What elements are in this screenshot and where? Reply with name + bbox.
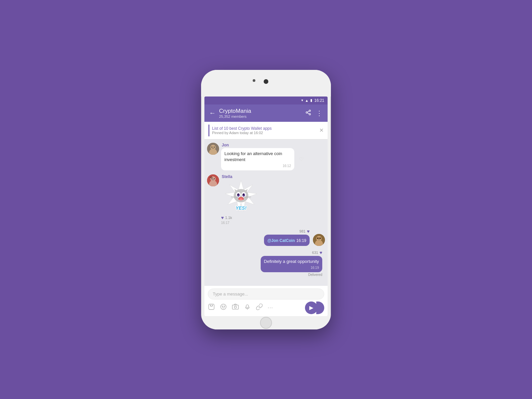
speaker [264,79,268,84]
cat-sticker: YES! [221,180,261,213]
chat-title: CryptoMania [219,108,302,114]
svg-point-13 [211,178,212,179]
delivered-status: Delivered [308,273,322,277]
message-text-bubble: Looking for an alternative coin investme… [221,148,294,170]
sender-name-stella: Stella [221,174,261,179]
message-text-out: Definitely a great opportunity [264,259,319,265]
svg-point-19 [237,193,240,197]
svg-rect-41 [209,304,214,310]
svg-point-25 [239,198,243,200]
camera-icon[interactable] [232,303,239,312]
table-row: 631 ♥ Definitely a great opportunity 16:… [207,250,322,277]
svg-point-44 [221,304,226,310]
reaction-count-981: 981 [299,229,305,233]
phone-bottom [201,316,331,329]
more-toolbar-icon[interactable]: ··· [268,305,273,311]
home-button[interactable] [260,317,272,329]
close-icon[interactable]: ✕ [319,127,324,133]
svg-point-43 [212,305,213,306]
like-button[interactable]: ♡ [299,156,304,162]
battery-icon: ▮ [310,98,312,102]
svg-text:YES!: YES! [236,205,247,211]
out-reaction-row2[interactable]: 631 ♥ [312,250,322,255]
status-icons: ▾ ▲ ▮ [301,98,312,102]
phone-screen: ▾ ▲ ▮ 16:21 ← CryptoMania 25,352 members [204,97,328,316]
chat-area: Jon Looking for an alternative coin inve… [204,139,328,286]
svg-point-22 [243,194,244,195]
pinned-content: List of 10 best Crypto Wallet apps Pinne… [212,126,319,135]
svg-line-3 [307,113,309,114]
svg-rect-39 [319,238,321,239]
table-row: 981 ♥ @Jon CatCoin 16:19 [207,229,325,246]
pinned-message[interactable]: List of 10 best Crypto Wallet apps Pinne… [204,122,328,139]
toolbar-icons: ··· [208,303,273,312]
svg-point-9 [214,146,215,147]
emoji-icon[interactable] [220,303,227,312]
out-reaction-row[interactable]: 981 ♥ [299,229,310,234]
wifi-icon: ▾ [301,98,303,102]
members-count: 25,352 members [219,114,302,118]
message-time-out: 16:19 [264,266,319,270]
phone-top [201,70,331,97]
out-content: 981 ♥ @Jon CatCoin 16:19 [264,229,310,246]
sticker-time: 16:17 [221,221,261,225]
sender-name-jon: Jon [221,143,294,147]
phone-device: ▾ ▲ ▮ 16:21 ← CryptoMania 25,352 members [201,70,331,329]
input-area: Type a message... [204,286,328,316]
svg-point-42 [210,305,211,306]
svg-rect-38 [317,238,319,239]
outgoing-bubble-mention: @Jon CatCoin 16:19 [264,235,310,246]
svg-point-20 [242,193,245,197]
reaction-count-631: 631 [312,251,318,255]
svg-point-21 [238,194,239,195]
header-actions: ⋮ [305,109,323,117]
share-icon[interactable] [305,109,311,117]
pinned-title: List of 10 best Crypto Wallet apps [212,126,319,131]
avatar-jon [207,143,219,155]
avatar-stella [207,174,219,186]
back-button[interactable]: ← [209,109,216,117]
svg-point-14 [214,178,215,179]
sticker-reaction[interactable]: ♥ 1.1k [221,215,261,220]
table-row: Jon Looking for an alternative coin inve… [207,143,325,170]
outgoing-bubble-text: Definitely a great opportunity 16:19 [261,256,322,272]
heart-icon-out: ♥ [307,229,310,234]
message-bubble-jon: Jon Looking for an alternative coin inve… [221,143,294,170]
svg-point-49 [246,305,248,308]
svg-point-1 [306,111,308,113]
input-toolbar: ··· ▶ [208,301,324,314]
svg-point-0 [309,110,311,111]
send-area: ▶ [305,301,324,314]
signal-icon: ▲ [305,99,309,102]
chat-header: ← CryptoMania 25,352 members ⋮ [204,104,328,122]
send-button[interactable]: ▶ [305,301,318,314]
sticker-message: Stella [221,174,261,225]
mention-time: 16:19 [296,238,306,243]
mention-text: @Jon CatCoin [267,238,295,243]
more-icon[interactable]: ⋮ [316,109,323,117]
svg-point-48 [234,306,236,308]
message-input[interactable]: Type a message... [208,289,324,299]
svg-point-8 [211,146,212,147]
svg-point-46 [224,306,225,306]
message-time: 16:12 [224,164,291,168]
sticker-wrapper: YES! [221,180,261,214]
reaction-count: 1.1k [225,216,232,220]
avatar-user [313,234,325,246]
bubble-wrapper: Looking for an alternative coin investme… [221,148,294,170]
heart-icon-out2: ♥ [320,250,322,255]
table-row: Stella [207,174,325,225]
svg-point-2 [309,113,311,115]
out-avatar-wrapper [313,234,325,246]
pinned-meta: Pinned by Adam today at 16:02 [212,131,319,135]
link-icon[interactable] [256,303,263,312]
voice-icon[interactable] [244,303,251,312]
send-icon: ▶ [309,304,313,311]
header-info: CryptoMania 25,352 members [219,108,302,118]
sticker-icon[interactable] [208,303,215,312]
pinned-bar [208,124,209,136]
send-extra [316,301,324,314]
front-camera [253,79,255,82]
status-time: 16:21 [314,98,324,103]
status-bar: ▾ ▲ ▮ 16:21 [204,97,328,104]
